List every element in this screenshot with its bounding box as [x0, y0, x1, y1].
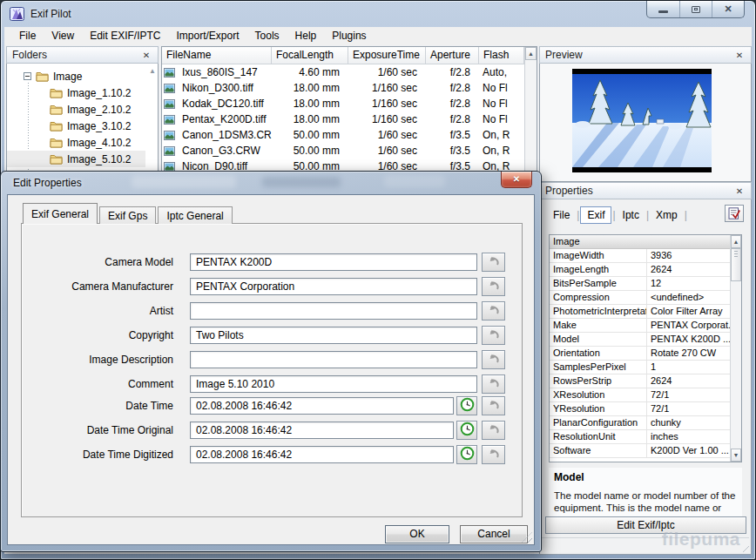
menu-item-help[interactable]: Help: [287, 27, 325, 45]
scroll-up-button[interactable]: ▲: [731, 235, 741, 248]
dialog-close-button[interactable]: ✕: [501, 172, 532, 188]
undo-icon: [487, 378, 500, 391]
undo-button[interactable]: [482, 277, 505, 296]
property-row[interactable]: ImageLength2624: [550, 263, 730, 277]
property-row[interactable]: ResolutionUnitinches: [550, 430, 730, 444]
column-header-aperture[interactable]: Aperture: [426, 47, 479, 64]
undo-button[interactable]: [482, 350, 505, 369]
title-bar[interactable]: Exif Pilot ✕: [1, 1, 755, 27]
table-row[interactable]: Kodak_DC120.tiff18.00 mm1/160 secf/2.8No…: [162, 96, 537, 111]
comment-field[interactable]: Image 5.10 2010: [190, 375, 477, 393]
set-current-time-button[interactable]: [456, 445, 477, 464]
column-header-focallength[interactable]: FocalLength: [272, 47, 348, 64]
tree-item[interactable]: Image_5.10.2: [7, 151, 145, 167]
table-row[interactable]: Canon_G3.CRW50.00 mm1/60 secf/3.5On, R: [162, 143, 537, 159]
undo-button[interactable]: [482, 396, 505, 415]
copyright-field[interactable]: Two Pilots: [190, 327, 477, 344]
undo-button[interactable]: [482, 421, 505, 440]
undo-button[interactable]: [482, 301, 505, 320]
date-time-original-field[interactable]: 02.08.2008 16:46:42: [190, 422, 454, 439]
menu-item-import-export[interactable]: Import/Export: [169, 27, 247, 45]
property-row[interactable]: MakePENTAX Corporat...: [550, 319, 730, 333]
table-cell: 1/60 sec: [348, 145, 426, 157]
property-value: K200D Ver 1.00 ...: [647, 444, 730, 457]
property-row[interactable]: PhotometricInterpretationColor Filter Ar…: [550, 305, 730, 319]
property-grid-scrollbar[interactable]: ▲ ▼: [730, 235, 741, 462]
undo-button[interactable]: [482, 326, 505, 345]
menu-bar: FileViewEdit EXIF/IPTCImport/ExportTools…: [4, 27, 752, 45]
edit-form-button[interactable]: [725, 205, 744, 222]
artist-field[interactable]: [190, 302, 477, 320]
property-row[interactable]: YResolution72/1: [550, 402, 730, 416]
tab-file[interactable]: File: [547, 207, 576, 223]
tree-item[interactable]: Image_3.10.2: [7, 118, 145, 134]
clock-icon: [460, 397, 475, 415]
column-header-flash[interactable]: Flash: [479, 47, 524, 64]
undo-button[interactable]: [482, 445, 505, 464]
date-time-field[interactable]: 02.08.2008 16:46:42: [190, 397, 454, 415]
file-table-rows: Ixus_860IS_1474.60 mm1/60 secf/2.8Auto,N…: [162, 64, 537, 174]
property-name: PlanarConfiguration: [550, 416, 647, 429]
image-description-field[interactable]: [190, 351, 477, 368]
menu-item-plugins[interactable]: Plugins: [324, 27, 374, 45]
menu-item-view[interactable]: View: [44, 27, 82, 45]
column-header-filename[interactable]: FileName: [162, 47, 272, 64]
property-row[interactable]: OrientationRotate 270 CW: [550, 347, 730, 361]
cancel-button[interactable]: Cancel: [460, 525, 528, 543]
set-current-time-button[interactable]: [456, 421, 477, 440]
close-button[interactable]: ✕: [712, 1, 744, 17]
property-row[interactable]: BitsPerSample12: [550, 277, 730, 291]
date-time-digitized-field[interactable]: 02.08.2008 16:46:42: [190, 446, 454, 463]
property-value: 72/1: [647, 388, 730, 401]
scrollbar-thumb[interactable]: [731, 248, 741, 281]
tab-exif-gps[interactable]: Exif Gps: [99, 206, 156, 224]
table-cell: No Fl: [479, 113, 524, 125]
tab-exif[interactable]: Exif: [580, 206, 611, 224]
tree-scroll-up-icon[interactable]: ▲: [149, 67, 156, 75]
ok-button[interactable]: OK: [385, 525, 449, 543]
column-header-exposuretime[interactable]: ExposureTime: [348, 47, 426, 64]
tab-exif-general[interactable]: Exif General: [23, 203, 98, 224]
folders-close-icon[interactable]: ✕: [140, 51, 152, 60]
property-row[interactable]: ImageWidth3936: [550, 249, 730, 263]
tree-item-root[interactable]: Image: [7, 68, 145, 84]
filename-text: Canon_1DSM3.CR2: [182, 129, 272, 141]
camera-model-field[interactable]: PENTAX K200D: [190, 253, 477, 271]
scroll-down-icon: ▼: [733, 452, 739, 458]
collapse-expander-icon[interactable]: [24, 72, 31, 80]
tab-iptc-general[interactable]: Iptc General: [158, 206, 232, 224]
undo-button[interactable]: [482, 374, 505, 394]
set-current-time-button[interactable]: [456, 396, 477, 415]
menu-item-file[interactable]: File: [11, 27, 44, 45]
tree-item[interactable]: Image_1.10.2: [7, 84, 145, 101]
property-row[interactable]: PlanarConfigurationchunky: [550, 416, 730, 430]
property-row[interactable]: ModelPENTAX K200D ...: [550, 333, 730, 347]
properties-close-icon[interactable]: ✕: [733, 186, 746, 196]
tree-item-label: Image: [53, 71, 82, 83]
checklist-icon: [728, 207, 740, 219]
property-row[interactable]: SamplesPerPixel1: [550, 361, 730, 374]
table-row[interactable]: Nikon_D300.tiff18.00 mm1/160 secf/2.8No …: [162, 80, 537, 96]
table-row[interactable]: Pentax_K200D.tiff18.00 mm1/160 secf/2.8N…: [162, 111, 537, 127]
tree-item[interactable]: Image_4.10.2: [7, 134, 145, 151]
tab-iptc[interactable]: Iptc: [617, 207, 645, 223]
camera-manufacturer-field[interactable]: PENTAX Corporation: [190, 278, 477, 295]
table-row[interactable]: Ixus_860IS_1474.60 mm1/60 secf/2.8Auto,: [162, 64, 537, 80]
maximize-button[interactable]: [679, 1, 712, 17]
property-section-header[interactable]: Image: [550, 235, 730, 249]
scroll-up-button[interactable]: ▲: [525, 47, 537, 60]
menu-item-tools[interactable]: Tools: [247, 27, 287, 45]
property-row[interactable]: XResolution72/1: [550, 388, 730, 402]
file-table-scrollbar[interactable]: ▲: [524, 47, 537, 172]
property-row[interactable]: SoftwareK200D Ver 1.00 ...: [550, 444, 730, 458]
undo-button[interactable]: [482, 253, 505, 272]
menu-item-edit-exif-iptc[interactable]: Edit EXIF/IPTC: [82, 27, 168, 45]
property-row[interactable]: RowsPerStrip2624: [550, 374, 730, 388]
minimize-button[interactable]: [647, 1, 679, 17]
tree-item[interactable]: Image_2.10.2: [7, 101, 145, 118]
scroll-down-button[interactable]: ▼: [731, 449, 741, 462]
preview-close-icon[interactable]: ✕: [733, 51, 746, 60]
tab-xmp[interactable]: Xmp: [650, 207, 684, 223]
property-row[interactable]: Compression<undefined>: [550, 291, 730, 305]
table-row[interactable]: Canon_1DSM3.CR250.00 mm1/60 secf/3.5On, …: [162, 127, 537, 143]
